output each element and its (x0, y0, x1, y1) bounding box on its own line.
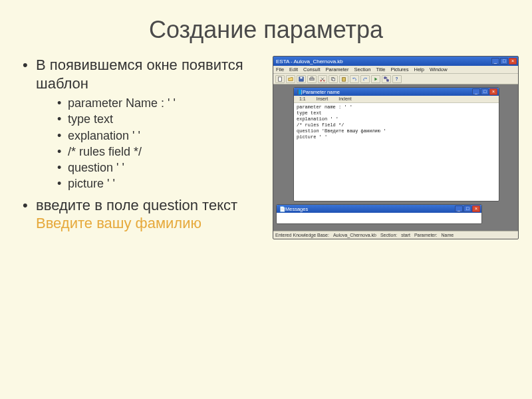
bullet-2-highlight: Введите вашу фамилию (36, 215, 201, 231)
svg-rect-9 (342, 77, 346, 81)
editor-status-header: 1:1 Insert Indent (294, 96, 499, 103)
tool-save-icon[interactable] (297, 75, 306, 83)
tool-copy-icon[interactable] (329, 75, 338, 83)
slide-content: В появившемся окне появится шаблон param… (0, 56, 532, 239)
book-icon: 📘 (297, 89, 303, 95)
tool-redo-icon[interactable] (360, 75, 370, 83)
svg-rect-8 (332, 78, 334, 80)
editor-title-bar: 📘 Parameter name _ □ × (294, 88, 499, 96)
status-parameter-label: Parameter: (414, 233, 438, 237)
svg-rect-4 (311, 76, 313, 78)
status-parameter-value: Name (442, 233, 454, 237)
messages-close-button[interactable]: × (472, 205, 480, 212)
bullet-2-prefix: введите в поле question текст (36, 197, 237, 213)
sub-bullet: /* rules field */ (56, 144, 259, 160)
messages-title-bar: 📄 Messages _ □ × (277, 205, 481, 213)
app-title: ESTA - Aulova_Chernova.kb (276, 59, 491, 65)
editor-minimize-button[interactable]: _ (472, 88, 480, 95)
tool-print-icon[interactable] (307, 75, 317, 83)
page-icon: 📄 (279, 206, 285, 212)
menu-bar: File Edit Consult Parameter Section Titl… (273, 66, 518, 74)
sub-bullet: question ' ' (56, 160, 259, 176)
messages-body[interactable] (277, 213, 481, 215)
messages-title: Messages (285, 206, 455, 212)
app-title-bar: ESTA - Aulova_Chernova.kb _ □ × (273, 57, 518, 66)
maximize-button[interactable]: □ (500, 58, 508, 65)
main-bullet-list: В появившемся окне появится шаблон param… (20, 56, 259, 233)
bullet-1: В появившемся окне появится шаблон param… (20, 56, 259, 192)
menu-help[interactable]: Help (414, 66, 424, 72)
menu-title[interactable]: Title (376, 66, 386, 72)
text-column: В появившемся окне появится шаблон param… (20, 56, 266, 239)
mode-insert: Insert (311, 96, 334, 102)
cursor-position: 1:1 (294, 96, 311, 102)
svg-rect-2 (300, 76, 302, 78)
app-window: ESTA - Aulova_Chernova.kb _ □ × File Edi… (273, 56, 519, 239)
sub-bullet: picture ' ' (56, 176, 259, 192)
close-button[interactable]: × (509, 58, 517, 65)
slide-title: Создание параметра (0, 0, 532, 56)
tool-open-icon[interactable] (286, 75, 295, 83)
bullet-1-text: В появившемся окне появится шаблон (36, 57, 243, 92)
menu-edit[interactable]: Edit (289, 66, 298, 72)
sub-bullet: explanation ' ' (56, 128, 259, 144)
svg-rect-10 (384, 76, 386, 78)
sub-bullet: parameter Name : ' ' (56, 95, 259, 111)
status-section-label: Section: (380, 233, 397, 237)
toolbar: ? (273, 74, 518, 84)
sub-bullet-list: parameter Name : ' ' type text explanati… (56, 95, 259, 192)
editor-body[interactable]: parameter name : ' ' type text explanati… (294, 103, 499, 142)
editor-title: Parameter name (303, 89, 472, 95)
tool-help-icon[interactable]: ? (392, 75, 402, 83)
messages-window-controls: _ □ × (455, 205, 480, 212)
menu-section[interactable]: Section (354, 66, 370, 72)
screenshot-column: ESTA - Aulova_Chernova.kb _ □ × File Edi… (266, 56, 519, 239)
editor-window: 📘 Parameter name _ □ × 1:1 Insert Indent (293, 87, 499, 201)
status-section-value: start (401, 233, 410, 237)
menu-file[interactable]: File (276, 66, 284, 72)
tool-new-icon[interactable] (275, 75, 285, 83)
sub-bullet: type text (56, 111, 259, 127)
messages-minimize-button[interactable]: _ (455, 205, 463, 212)
svg-text:?: ? (396, 76, 398, 81)
menu-window[interactable]: Window (430, 66, 448, 72)
tool-paste-icon[interactable] (339, 75, 348, 83)
tool-cut-icon[interactable] (318, 75, 327, 83)
status-kb-value: Aulova_Chernova.kb (333, 233, 376, 237)
tool-run-icon[interactable] (371, 75, 380, 83)
messages-maximize-button[interactable]: □ (464, 205, 471, 212)
tool-tree-icon[interactable] (382, 75, 391, 83)
editor-close-button[interactable]: × (489, 88, 497, 95)
minimize-button[interactable]: _ (491, 58, 499, 65)
mode-indent: Indent (333, 96, 356, 102)
menu-consult[interactable]: Consult (303, 66, 320, 72)
status-bar: Entered Knowledge Base: Aulova_Chernova.… (273, 231, 518, 239)
status-kb-label: Entered Knowledge Base: (275, 233, 329, 237)
mdi-client-area: 📘 Parameter name _ □ × 1:1 Insert Indent (273, 84, 518, 231)
tool-undo-icon[interactable] (350, 75, 359, 83)
messages-window: 📄 Messages _ □ × (276, 204, 482, 224)
bullet-2: введите в поле question текст Введите ва… (20, 196, 259, 233)
svg-rect-3 (310, 78, 314, 80)
editor-maximize-button[interactable]: □ (481, 88, 489, 95)
menu-pictures[interactable]: Pictures (390, 66, 408, 72)
svg-rect-0 (279, 76, 282, 80)
menu-parameter[interactable]: Parameter (325, 66, 348, 72)
editor-window-controls: _ □ × (472, 88, 497, 95)
window-controls: _ □ × (491, 58, 517, 65)
